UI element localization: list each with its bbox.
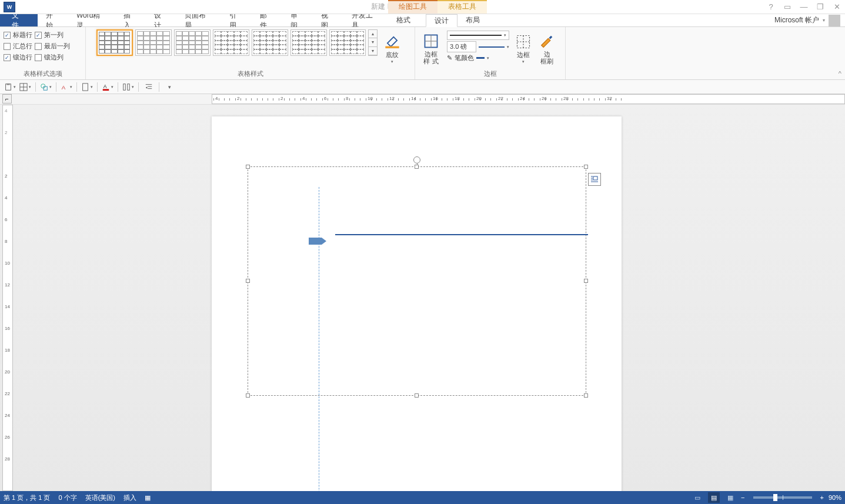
view-print-layout-icon[interactable]: ▤ (708, 492, 720, 503)
chevron-down-icon: ▾ (522, 59, 525, 64)
resize-handle-tm[interactable] (415, 165, 419, 169)
table-style-plain-2[interactable] (174, 29, 211, 56)
qat-styles-icon[interactable]: A (60, 81, 73, 93)
view-read-mode-icon[interactable]: ▭ (692, 492, 703, 503)
checkbox-first-column[interactable]: ✓第一列 (35, 31, 70, 39)
border-weight-dropdown[interactable]: 3.0 磅 ▾ (447, 41, 509, 52)
table-style-plain-3[interactable] (213, 29, 249, 56)
vertical-ruler[interactable]: 42246810121416182022242628 (2, 105, 13, 491)
resize-handle-bl[interactable] (246, 393, 250, 398)
page[interactable] (212, 116, 622, 491)
scroll-down-icon[interactable]: ▾ (369, 38, 377, 46)
zoom-percentage[interactable]: 90% (829, 494, 841, 501)
status-page[interactable]: 第 1 页，共 1 页 (4, 493, 50, 502)
table-style-plain-1[interactable] (135, 29, 172, 56)
zoom-out-button[interactable]: − (741, 494, 744, 501)
status-bar: 第 1 页，共 1 页 0 个字 英语(美国) 插入 ▦ ▭ ▤ ▦ − + 9… (0, 491, 845, 504)
checkbox-first-column-label: 第一列 (44, 31, 64, 39)
ribbon: ✓标题行 汇总行 ✓镶边行 ✓第一列 最后一列 镶边列 表格样式选项 (0, 27, 845, 80)
qat-table-icon[interactable] (19, 81, 32, 93)
chevron-down-icon: ▾ (507, 45, 509, 49)
group-borders: 边框样 式 ▾ 3.0 磅 ▾ ✎ 笔颜色 ▾ (415, 27, 566, 79)
ribbon-display-options-icon[interactable]: ▭ (779, 0, 796, 14)
tab-review[interactable]: 审阅 (282, 14, 313, 26)
tab-file[interactable]: 文件 (0, 14, 38, 26)
dropdown-icon[interactable]: ▾ (369, 47, 377, 55)
account-area[interactable]: Microsoft 帐户 ▾ (774, 14, 845, 26)
borders-button[interactable]: 边框 ▾ (513, 29, 534, 68)
help-icon[interactable]: ? (763, 0, 779, 14)
document-area: 42246810121416182022242628 (0, 105, 845, 491)
resize-handle-tr[interactable] (584, 165, 588, 169)
tab-insert[interactable]: 插入 (115, 14, 146, 26)
status-insert-mode[interactable]: 插入 (123, 493, 136, 502)
selection-frame[interactable] (248, 166, 586, 396)
tab-table-design[interactable]: 设计 (426, 14, 457, 27)
rotate-handle[interactable] (413, 156, 420, 163)
horizontal-line-shape[interactable] (335, 234, 588, 235)
svg-text:A: A (62, 84, 66, 90)
table-styles-more[interactable]: ▴ ▾ ▾ (368, 29, 378, 56)
scroll-up-icon[interactable]: ▴ (369, 30, 377, 38)
checkbox-banded-columns-label: 镶边列 (44, 53, 64, 62)
horizontal-ruler[interactable]: 4224681012141618202224262832 (212, 94, 845, 104)
tab-view[interactable]: 视图 (313, 14, 343, 26)
tab-page-layout[interactable]: 页面布局 (176, 14, 221, 26)
minimize-icon[interactable]: — (796, 0, 812, 14)
tab-word-wizard[interactable]: Word精灵 (68, 14, 115, 26)
zoom-slider[interactable] (753, 496, 812, 499)
qat-font-color-icon[interactable]: A (101, 81, 114, 93)
group-label-style-options: 表格样式选项 (4, 68, 82, 78)
qat-paste-icon[interactable] (4, 81, 16, 93)
collapse-ribbon-icon[interactable]: ^ (839, 70, 841, 77)
user-avatar-icon (829, 15, 840, 26)
checkbox-last-column[interactable]: 最后一列 (35, 42, 70, 51)
table-style-plain-4[interactable] (252, 29, 288, 56)
zoom-thumb[interactable] (773, 494, 777, 501)
svg-rect-14 (83, 83, 88, 90)
arrow-shape[interactable] (309, 238, 326, 245)
borders-icon (515, 34, 532, 50)
tab-design[interactable]: 设计 (146, 14, 176, 26)
layout-options-button[interactable] (588, 173, 601, 186)
paint-bucket-icon (384, 34, 400, 50)
table-style-plain-5[interactable] (290, 29, 327, 56)
tab-home[interactable]: 开始 (38, 14, 68, 26)
resize-handle-tl[interactable] (246, 165, 250, 169)
border-painter-button[interactable]: 边 框刷 (536, 29, 557, 68)
qat-columns-icon[interactable] (122, 81, 135, 93)
close-icon[interactable]: ✕ (829, 0, 845, 14)
tab-drawing-format[interactable]: 格式 (388, 14, 419, 26)
pen-color-button[interactable]: ✎ 笔颜色 ▾ (447, 54, 509, 62)
tab-developer[interactable]: 开发工具 (343, 14, 388, 26)
table-style-grid[interactable] (96, 29, 133, 56)
qat-more-icon[interactable]: ▾ (163, 81, 176, 93)
checkbox-banded-rows[interactable]: ✓镶边行 (4, 53, 32, 62)
qat-shape-icon[interactable] (39, 81, 52, 93)
table-style-plain-6[interactable] (329, 29, 366, 56)
border-weight-value: 3.0 磅 (447, 41, 476, 52)
zoom-in-button[interactable]: + (820, 494, 824, 501)
border-styles-button[interactable]: 边框样 式 (419, 29, 443, 68)
resize-handle-mr[interactable] (584, 279, 588, 283)
qat-page-icon[interactable] (81, 81, 93, 93)
svg-rect-7 (6, 83, 9, 85)
status-word-count[interactable]: 0 个字 (58, 493, 76, 502)
tab-references[interactable]: 引用 (221, 14, 252, 26)
view-web-layout-icon[interactable]: ▦ (724, 492, 736, 503)
resize-handle-bm[interactable] (415, 393, 419, 398)
checkbox-banded-columns[interactable]: 镶边列 (35, 53, 70, 62)
restore-icon[interactable]: ❐ (812, 0, 829, 14)
checkbox-total-row[interactable]: 汇总行 (4, 42, 32, 51)
tab-table-layout[interactable]: 布局 (457, 14, 488, 26)
shading-button[interactable]: 底纹 ▾ (380, 29, 405, 68)
border-line-style-dropdown[interactable]: ▾ (447, 31, 509, 40)
tab-stop-selector[interactable]: ⌐ (2, 94, 12, 104)
checkbox-header-row[interactable]: ✓标题行 (4, 31, 32, 39)
status-macro-icon[interactable]: ▦ (145, 494, 151, 502)
status-language[interactable]: 英语(美国) (85, 493, 115, 502)
resize-handle-br[interactable] (584, 393, 588, 398)
qat-indent-icon[interactable] (142, 81, 155, 93)
resize-handle-ml[interactable] (246, 279, 250, 283)
tab-mailings[interactable]: 邮件 (252, 14, 282, 26)
